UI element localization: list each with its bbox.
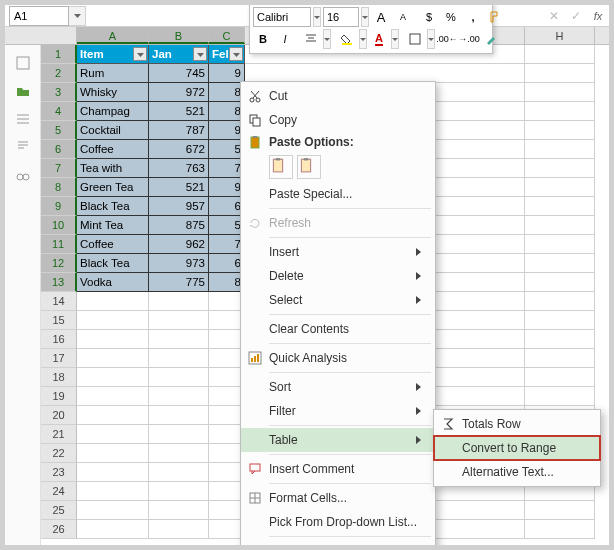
cell[interactable] [525,197,595,216]
menu-item-delete[interactable]: Delete [241,264,435,288]
name-box-dropdown[interactable] [69,6,86,26]
cell[interactable] [77,520,149,539]
menu-item-pick-from-drop-down-list-[interactable]: Pick From Drop-down List... [241,510,435,534]
table-header[interactable]: Fel [209,45,245,64]
menu-item-paste-special-[interactable]: Paste Special... [241,182,435,206]
row-header[interactable]: 10 [41,216,77,235]
cell[interactable] [525,387,595,406]
row-header[interactable]: 16 [41,330,77,349]
cell[interactable] [149,501,209,520]
col-header-B[interactable]: B [149,27,209,44]
cell[interactable]: 957 [149,197,209,216]
cell[interactable]: 763 [149,159,209,178]
cell[interactable] [149,425,209,444]
cell[interactable] [77,444,149,463]
cell[interactable] [149,520,209,539]
cell[interactable] [525,102,595,121]
cell[interactable] [525,178,595,197]
menu-item-clear-contents[interactable]: Clear Contents [241,317,435,341]
cell[interactable]: Whisky [77,83,149,102]
font-name-select[interactable] [253,7,311,27]
borders-button[interactable] [405,29,425,49]
cell[interactable] [77,330,149,349]
table-header[interactable]: Jan [149,45,209,64]
filter-dropdown-icon[interactable] [193,47,207,61]
cell[interactable]: Black Tea [77,197,149,216]
cell[interactable]: 973 [149,254,209,273]
cell[interactable] [149,463,209,482]
row-header[interactable]: 3 [41,83,77,102]
cell[interactable] [525,83,595,102]
paragraph-icon[interactable] [13,137,33,157]
cell[interactable]: Coffee [77,235,149,254]
list-icon[interactable] [13,109,33,129]
col-header-C[interactable]: C [209,27,245,44]
row-header[interactable]: 18 [41,368,77,387]
cell[interactable] [77,501,149,520]
cell[interactable] [525,520,595,539]
cell[interactable] [525,368,595,387]
format-painter-icon[interactable] [485,7,505,27]
cell[interactable] [149,387,209,406]
cell[interactable] [149,368,209,387]
cell[interactable] [149,444,209,463]
menu-item-format-cells-[interactable]: Format Cells... [241,486,435,510]
cell[interactable] [77,368,149,387]
row-header[interactable]: 4 [41,102,77,121]
font-name-dropdown[interactable] [313,7,321,27]
fill-color-button[interactable] [337,29,357,49]
submenu-item-convert-to-range[interactable]: Convert to Range [434,436,600,460]
row-header[interactable]: 13 [41,273,77,292]
cell[interactable] [77,349,149,368]
cell[interactable]: Tea with [77,159,149,178]
folder-icon[interactable] [13,81,33,101]
cell[interactable] [149,482,209,501]
row-header[interactable]: 24 [41,482,77,501]
cell[interactable]: 775 [149,273,209,292]
cell[interactable]: 745 [149,64,209,83]
row-header[interactable]: 19 [41,387,77,406]
cell[interactable] [525,235,595,254]
menu-item-cut[interactable]: Cut [241,84,435,108]
borders-dropdown[interactable] [427,29,435,49]
increase-decimal-button[interactable]: →.00 [459,29,479,49]
cell[interactable]: 521 [149,102,209,121]
menu-item-select[interactable]: Select [241,288,435,312]
row-header[interactable]: 12 [41,254,77,273]
font-color-button[interactable]: A [369,29,389,49]
cell[interactable] [525,254,595,273]
menu-item-hyperlink-[interactable]: Hyperlink... [241,539,435,550]
align-dropdown[interactable] [323,29,331,49]
row-header[interactable]: 26 [41,520,77,539]
font-size-select[interactable] [323,7,359,27]
row-header[interactable]: 15 [41,311,77,330]
cell[interactable] [77,425,149,444]
filter-dropdown-icon[interactable] [133,47,147,61]
cell[interactable] [77,482,149,501]
cell[interactable] [525,159,595,178]
cell[interactable] [77,463,149,482]
cell[interactable]: Cocktail [77,121,149,140]
fill-color-dropdown[interactable] [359,29,367,49]
cell[interactable] [149,406,209,425]
name-box[interactable] [9,6,69,26]
cell[interactable]: Mint Tea [77,216,149,235]
paste-icon[interactable] [269,155,293,179]
cell[interactable]: 972 [149,83,209,102]
cell[interactable]: Green Tea [77,178,149,197]
table-header[interactable]: Item [77,45,149,64]
cell[interactable]: Coffee [77,140,149,159]
cell[interactable]: 787 [149,121,209,140]
row-header[interactable]: 20 [41,406,77,425]
cell[interactable] [77,311,149,330]
cell[interactable]: 875 [149,216,209,235]
bold-button[interactable]: B [253,29,273,49]
cell[interactable]: Vodka [77,273,149,292]
grow-font-button[interactable]: A [371,7,391,27]
paste-values-icon[interactable] [297,155,321,179]
menu-item-insert[interactable]: Insert [241,240,435,264]
decrease-decimal-button[interactable]: .00← [437,29,457,49]
cell[interactable] [525,349,595,368]
menu-item-quick-analysis[interactable]: Quick Analysis [241,346,435,370]
row-header[interactable]: 17 [41,349,77,368]
